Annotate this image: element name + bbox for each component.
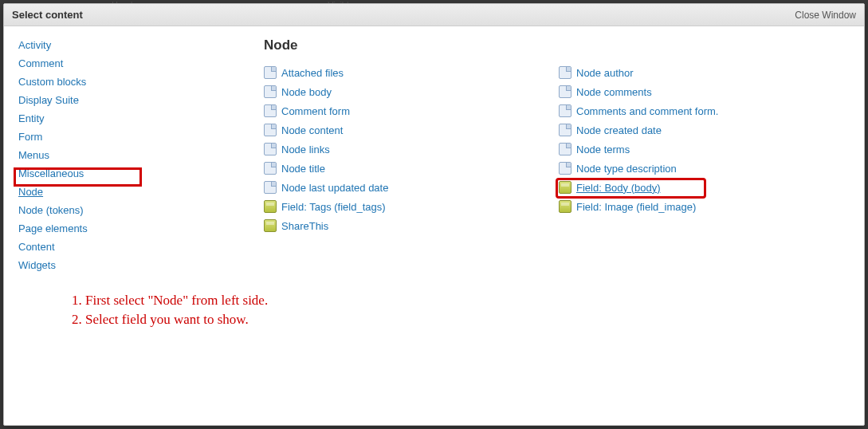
document-icon	[264, 181, 277, 194]
sidebar-item-comment[interactable]: Comment	[17, 54, 176, 73]
sidebar-item-content[interactable]: Content	[17, 238, 176, 256]
content-item: Node author	[559, 63, 854, 82]
content-link[interactable]: Node author	[576, 67, 634, 79]
content-link[interactable]: Field: Body (body)	[576, 182, 661, 194]
document-icon	[559, 104, 571, 117]
document-icon	[559, 162, 571, 175]
document-icon	[559, 143, 571, 155]
document-icon	[264, 66, 277, 79]
content-item: Node terms	[559, 140, 854, 159]
document-icon	[264, 162, 277, 175]
sidebar-item-menus[interactable]: Menus	[17, 146, 176, 164]
package-icon	[264, 219, 277, 232]
sidebar-item-node-tokens-[interactable]: Node (tokens)	[17, 201, 176, 219]
modal: Select content Close Window ActivityComm…	[3, 3, 865, 426]
document-icon	[559, 85, 571, 98]
content-link[interactable]: ShareThis	[281, 220, 328, 232]
content-item: ShareThis	[264, 216, 559, 235]
content-item: Node type description	[559, 159, 854, 178]
content-item: Comments and comment form.	[559, 101, 854, 120]
content-link[interactable]: Field: Tags (field_tags)	[281, 201, 386, 213]
sidebar-item-custom-blocks[interactable]: Custom blocks	[17, 73, 176, 91]
sidebar-item-form[interactable]: Form	[17, 128, 176, 146]
modal-header: Select content Close Window	[4, 4, 864, 26]
content-item: Node links	[264, 140, 559, 159]
content-link[interactable]: Comment form	[281, 105, 350, 117]
content-link[interactable]: Node terms	[576, 144, 630, 155]
content-item: Node content	[264, 120, 559, 140]
document-icon	[264, 104, 277, 117]
content-link[interactable]: Node last updated date	[281, 182, 388, 194]
content-column-1: Attached filesNode bodyComment formNode …	[264, 63, 559, 235]
content-link[interactable]: Node comments	[576, 86, 652, 98]
content-item: Node comments	[559, 82, 854, 101]
content-link[interactable]: Node links	[281, 144, 330, 155]
sidebar-item-node[interactable]: Node	[17, 183, 176, 201]
annotation-line-2: 2. Select field you want to show.	[72, 310, 268, 329]
content-link[interactable]: Attached files	[281, 67, 344, 79]
annotation-text: 1. First select "Node" from left side. 2…	[72, 291, 268, 329]
content-item: Node last updated date	[264, 178, 559, 197]
package-icon	[559, 181, 571, 194]
content-item: Field: Body (body)	[559, 178, 854, 197]
modal-title: Select content	[12, 9, 83, 21]
content-item: Field: Image (field_image)	[559, 197, 854, 216]
content-link[interactable]: Node title	[281, 163, 325, 175]
content-link[interactable]: Node body	[281, 86, 332, 98]
content-link[interactable]: Node type description	[576, 163, 677, 175]
content-column-2: Node authorNode commentsComments and com…	[559, 63, 854, 235]
content-item: Node created date	[559, 120, 854, 140]
document-icon	[264, 85, 277, 98]
document-icon	[264, 143, 277, 155]
sidebar-item-widgets[interactable]: Widgets	[17, 256, 176, 274]
document-icon	[559, 66, 571, 79]
content-link[interactable]: Node content	[281, 124, 343, 136]
category-sidebar: ActivityCommentCustom blocksDisplay Suit…	[9, 36, 176, 415]
main-heading: Node	[264, 37, 859, 53]
content-item: Node body	[264, 82, 559, 101]
content-item: Attached files	[264, 63, 559, 82]
content-item: Field: Tags (field_tags)	[264, 197, 559, 216]
sidebar-item-activity[interactable]: Activity	[17, 36, 176, 54]
sidebar-item-page-elements[interactable]: Page elements	[17, 219, 176, 238]
content-item: Node title	[264, 159, 559, 178]
package-icon	[559, 200, 571, 213]
content-link[interactable]: Node created date	[576, 124, 662, 136]
annotation-line-1: 1. First select "Node" from left side.	[72, 291, 268, 310]
sidebar-item-miscellaneous[interactable]: Miscellaneous	[17, 164, 176, 183]
sidebar-item-entity[interactable]: Entity	[17, 109, 176, 128]
document-icon	[559, 124, 571, 136]
sidebar-item-display-suite[interactable]: Display Suite	[17, 91, 176, 109]
content-link[interactable]: Field: Image (field_image)	[576, 201, 696, 213]
content-item: Comment form	[264, 101, 559, 120]
content-link[interactable]: Comments and comment form.	[576, 105, 718, 117]
package-icon	[264, 200, 277, 213]
close-window-link[interactable]: Close Window	[795, 10, 856, 21]
document-icon	[264, 124, 277, 136]
